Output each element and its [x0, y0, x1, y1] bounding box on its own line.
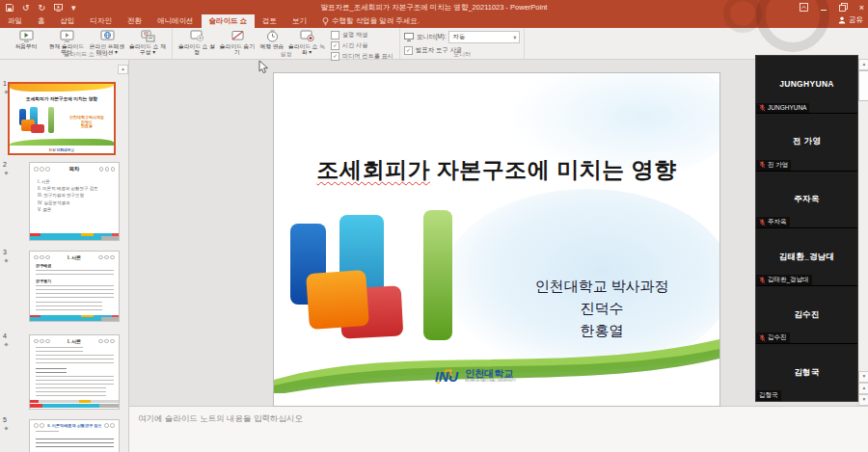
thumb-logo: INU 인천대학교	[23, 147, 101, 152]
use-timings-checkbox[interactable]: ✓ 시간 사용	[331, 41, 393, 50]
participant-label: 전 가영	[756, 160, 791, 171]
deco-dots	[34, 255, 50, 260]
chevron-down-icon: ▾	[513, 34, 516, 41]
participant-tile[interactable]: 김형국 김형국	[756, 344, 857, 401]
tab-view[interactable]: 보기	[285, 14, 314, 28]
restore-button[interactable]	[839, 3, 848, 12]
toc-list: I. 서론 II. 이론적 배경과 선행연구 검토 III. 연구가설과 연구모…	[30, 173, 110, 213]
slide-thumbnail-4[interactable]: I. 서론	[29, 334, 120, 410]
tab-insert[interactable]: 삽입	[53, 14, 83, 28]
ribbon: 처음부터 현재 슬라이드부터 온라인 프레젠테이션 ▾ 슬라이드 쇼 재구성 ▾…	[0, 28, 868, 60]
thumb-shape-red	[31, 124, 44, 133]
play-narrations-checkbox[interactable]: 설명 재생	[331, 31, 393, 40]
participant-label: 김형국	[756, 390, 781, 401]
deco-dots	[34, 423, 44, 428]
slide-thumbnail-pane: ▴ 1 조세회피가 자본구조에 미치는 영향 인천대학교박사과정 진덕수 한홍열…	[0, 59, 129, 452]
slide-shape-orange	[306, 270, 369, 330]
participant-tile[interactable]: 김태환_경남대 김태환_경남대	[756, 228, 857, 286]
thumb-body	[30, 345, 119, 396]
tab-home[interactable]: 홈	[30, 14, 53, 28]
thumb-bottom-stripe	[30, 404, 119, 408]
group-start-slideshow: 처음부터 현재 슬라이드부터 온라인 프레젠테이션 ▾ 슬라이드 쇼 재구성 ▾…	[0, 28, 173, 59]
deco-dots	[34, 339, 50, 344]
checkbox-icon	[331, 31, 339, 40]
person-icon	[838, 16, 846, 24]
next-slide-icon[interactable]: ▾	[858, 394, 868, 406]
inu-logo-icon: INU	[435, 368, 460, 385]
transition-indicator-icon	[4, 426, 8, 430]
mouse-cursor	[258, 60, 269, 74]
participant-tile[interactable]: 김수진 김수진	[756, 286, 857, 344]
thumb-authors: 인천대학교박사과정 진덕수 한홍열	[68, 115, 105, 128]
slide-thumbnail-2[interactable]: 목차 I. 서론 II. 이론적 배경과 선행연구 검토 III. 연구가설과 …	[29, 162, 120, 241]
group-label-start: 슬라이드 쇼 시작	[0, 50, 172, 59]
thumb-shape-green	[48, 107, 54, 133]
previous-slide-icon[interactable]: ▴	[858, 383, 868, 394]
thumb-body: 연구배경 연구동기	[30, 261, 119, 310]
tab-review[interactable]: 검토	[255, 14, 285, 28]
logo-university-name: 인천대학교	[465, 369, 557, 379]
close-button[interactable]: ×	[859, 3, 864, 13]
video-conference-panel: JUNGHYUNA JUNGHYUNA 전 가영 전 가영 주자옥 주자옥 김태…	[755, 55, 858, 402]
minimize-button[interactable]	[820, 4, 827, 12]
share-button[interactable]: 공유	[838, 15, 863, 25]
notes-pane[interactable]: 여기에 슬라이드 노트의 내용을 입력하십시오	[128, 406, 868, 452]
ribbon-display-options-icon[interactable]	[800, 3, 808, 12]
thumb-title: 조세회피가 자본구조에 미치는 영향	[19, 96, 104, 102]
monitor-icon	[404, 33, 414, 41]
online-presentation-icon	[100, 30, 115, 42]
participant-label: 김수진	[756, 332, 790, 343]
slide-number: 5	[3, 416, 7, 423]
tab-design[interactable]: 디자인	[83, 14, 121, 28]
muted-mic-icon	[759, 334, 766, 342]
author-name: 진덕수	[505, 298, 698, 320]
thumb-bottom-stripe	[30, 317, 119, 321]
slide-number: 2	[3, 161, 7, 168]
tell-me-label: 수행할 작업을 알려 주세요.	[332, 16, 420, 26]
tab-file[interactable]: 파일	[0, 14, 30, 28]
transition-indicator-icon	[4, 342, 8, 346]
from-beginning-button[interactable]: 처음부터	[6, 29, 46, 49]
rehearse-timings-button[interactable]: 예행 연습	[258, 29, 286, 49]
thumb-bottom-stripe	[30, 236, 119, 240]
deco-dots	[98, 339, 115, 344]
thumb-heading: II. 이론적배경과 선행연구 검토	[47, 423, 102, 428]
thumb-body	[30, 429, 119, 452]
tell-me-box[interactable]: 수행할 작업을 알려 주세요.	[314, 14, 427, 28]
record-icon	[300, 30, 314, 42]
muted-mic-icon	[759, 161, 766, 169]
slide-thumbnail-5[interactable]: II. 이론적배경과 선행연구 검토	[29, 419, 120, 452]
monitor-dropdown[interactable]: 자동 ▾	[448, 31, 520, 43]
slide-thumbnail-1[interactable]: 조세회피가 자본구조에 미치는 영향 인천대학교박사과정 진덕수 한홍열 INU…	[8, 82, 116, 155]
clock-icon	[266, 30, 279, 42]
slide-title[interactable]: 조세회피가 자본구조에 미치는 영향	[274, 155, 719, 185]
thumb-heading: 목차	[69, 166, 80, 173]
thumb-bottom-stripe	[30, 400, 119, 403]
participant-tile[interactable]: 전 가영 전 가영	[756, 114, 857, 172]
participant-tile[interactable]: 주자옥 주자옥	[756, 172, 857, 229]
tab-animations[interactable]: 애니메이션	[149, 14, 202, 28]
thumbnail-pane-scroll-up-icon[interactable]: ▴	[118, 65, 128, 74]
slide-number: 3	[3, 249, 7, 255]
group-label-monitors: 모니터	[400, 50, 525, 59]
university-logo: INU 인천대학교 INCHEON NATIONAL UNIVERSITY	[274, 368, 719, 385]
tab-slideshow[interactable]: 슬라이드 쇼	[202, 14, 256, 28]
scroll-up-icon[interactable]: ▴	[858, 59, 868, 70]
checkbox-icon: ✓	[331, 41, 339, 50]
scrollbar-thumb[interactable]	[858, 70, 868, 101]
slide-thumbnail-3[interactable]: I. 서론 연구배경 연구동기	[29, 251, 120, 322]
participant-label: JUNGHYUNA	[756, 103, 809, 113]
current-slide-canvas[interactable]: 조세회피가 자본구조에 미치는 영향 인천대학교 박사과정 진덕수 한홍열 IN…	[273, 72, 720, 407]
transition-indicator-icon	[4, 171, 8, 174]
slide-shape-green	[423, 210, 452, 340]
thumb-green-wave	[10, 139, 114, 146]
play-from-start-icon	[19, 30, 34, 42]
window-title: 발표자료_조세회피가 자본구조에 미치는 영향_20211023 - Power…	[0, 0, 868, 14]
deco-dots	[99, 167, 116, 172]
participant-tile[interactable]: JUNGHYUNA JUNGHYUNA	[756, 56, 857, 114]
thumb-top-wave	[10, 84, 114, 92]
tab-transitions[interactable]: 전환	[120, 14, 149, 28]
scroll-down-icon[interactable]: ▾	[858, 371, 868, 383]
setup-show-icon	[190, 30, 204, 42]
hide-slide-icon	[231, 30, 245, 42]
